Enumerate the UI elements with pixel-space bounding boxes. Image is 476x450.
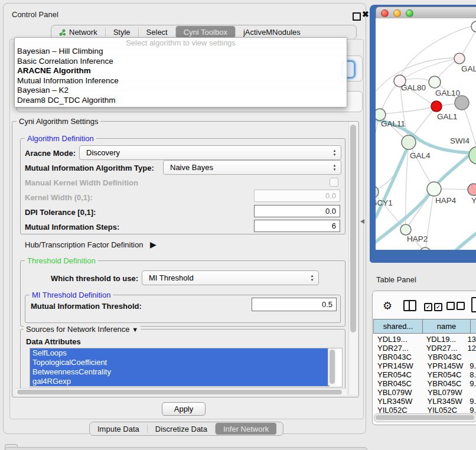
mi-threshold-definition-title: MI Threshold Definition [30,291,113,299]
table-row[interactable]: YIL052CYIL052C9. [373,406,476,413]
table-cell: YIL052C [423,406,468,413]
column-header-shared...[interactable]: shared... [373,319,422,334]
close-icon[interactable]: ✖ [362,9,369,19]
manual-kernel-checkbox[interactable] [330,178,338,187]
table-row[interactable]: YLR345WYLR345W9. [373,397,476,406]
table-row[interactable]: YBL079WYBL079W [373,388,476,397]
mi-threshold-field[interactable]: 0.5 [252,298,337,311]
settings-vscrollbar-thumb[interactable] [350,125,356,332]
attributes-vscrollbar[interactable] [328,348,336,386]
new-table-icon[interactable] [471,297,476,312]
table-cell: YPR145W [423,361,468,370]
tab-cyni-toolbox[interactable]: Cyni Toolbox [176,26,235,38]
network-canvas[interactable]: GAL7 GAL80 GAL10 GAL1 GAL11 SWI4 GAL4 HA… [376,18,476,250]
table-hscrollbar[interactable] [374,413,476,422]
sources-toggle[interactable]: Sources for Network Inference ▼ [24,325,141,334]
bottom-tab-infer-network[interactable]: Infer Network [216,423,276,435]
table-row[interactable]: YER054CYER054C8. [373,370,476,379]
settings-hscrollbar-thumb[interactable] [17,390,342,394]
aracne-mode-select[interactable]: Discovery ▲▼ [79,145,341,160]
table-cell: YDR27... [373,344,422,353]
label-gal80: GAL80 [401,83,426,92]
minimize-traffic-light-icon[interactable] [393,9,401,17]
dropdown-item[interactable]: ARACNE Algorithm [15,66,347,76]
network-view-window: GAL7 GAL80 GAL10 GAL1 GAL11 SWI4 GAL4 HA… [370,5,476,263]
table-cell: 13 [465,335,476,344]
node-hap4[interactable] [427,182,441,196]
kernel-width-value: 0.0 [325,191,336,200]
node-gal11[interactable] [376,109,386,120]
network-node-labels: GAL7 GAL80 GAL10 GAL1 GAL11 SWI4 GAL4 HA… [376,64,476,243]
node-gal10[interactable] [429,76,441,88]
node-pink-right[interactable] [468,184,476,195]
table-hscrollbar-thumb[interactable] [376,415,474,420]
table-row[interactable]: YBR043CYBR043C [373,353,476,361]
dropdown-item[interactable]: Dream8 DC_TDC Algorithm [15,96,347,106]
dropdown-item[interactable]: Bayesian – Hill Climbing [15,47,347,57]
table-cell: YIL052C [373,406,423,413]
tab-label: Infer Network [223,425,269,433]
column-header-name[interactable]: name [422,319,470,334]
table-row[interactable]: YPR145WYPR145W9. [373,361,476,370]
table-cell [468,388,470,397]
control-panel: Control Panel ✖ NetworkStyleSelectCyni T… [3,3,366,434]
apply-button[interactable]: Apply [162,402,206,416]
table-row[interactable]: YBR045CYBR045C9. [373,379,476,388]
table-cell: YBL079W [373,388,423,397]
table-cell: 9. [467,379,476,388]
settings-vscrollbar[interactable] [348,122,357,394]
dpi-tolerance-field[interactable]: 0.0 [254,205,340,217]
table-settings-gear-icon[interactable]: ⚙ [383,299,392,312]
bottom-tab-discretize-data[interactable]: Discretize Data [148,422,215,435]
attributes-vscrollbar-thumb[interactable] [330,350,335,384]
table-row[interactable]: YDL19...YDL19...13 [373,335,476,344]
mi-type-select[interactable]: Naive Bayes ▲▼ [163,160,341,175]
close-traffic-light-icon[interactable] [381,9,389,17]
attribute-list-item[interactable]: SelfLoops [30,348,330,358]
hub-definition-toggle[interactable]: Hub/Transcription Factor Definition ▶ [25,240,157,249]
attribute-list-item[interactable]: BetweennessCentrality [30,367,330,377]
mi-steps-field[interactable]: 6 [254,220,340,232]
float-window-icon[interactable] [353,12,361,21]
mi-type-value: Naive Bayes [164,163,330,172]
which-threshold-select[interactable]: MI Threshold ▲▼ [142,270,319,285]
tab-label: Cyni Toolbox [184,28,227,37]
table-header-row[interactable]: shared...name [373,319,476,334]
label-gcy1: GCY1 [376,198,393,207]
sources-title: Sources for Network Inference [26,325,130,334]
table-body[interactable]: YDL19...YDL19...13YDR27...YDR27...12YBR0… [373,335,476,413]
column-header-partial[interactable] [470,319,476,334]
table-row[interactable]: YDR27...YDR27...12 [373,344,476,353]
tab-label: Discretize Data [155,425,207,433]
attribute-list-item[interactable]: gal4RGexp [30,377,330,386]
attribute-list-item[interactable]: TopologicalCoefficient [30,358,330,367]
bottom-tab-impute-data[interactable]: Impute Data [90,422,147,435]
tab-label: Impute Data [97,425,139,433]
node-gal7[interactable] [454,53,465,64]
zoom-traffic-light-icon[interactable] [406,9,413,17]
node-gcy1[interactable] [376,186,379,198]
network-nodes[interactable] [376,21,476,250]
deselect-all-columns-icon[interactable] [446,302,467,312]
node-hap2[interactable] [400,224,411,235]
kernel-width-field[interactable]: 0.0 [254,190,340,202]
panel-resize-cursor[interactable] [360,219,364,224]
table-cell: YLR345W [423,397,468,406]
node-gray[interactable] [455,96,469,110]
dropdown-item[interactable]: Bayesian – K2 [15,86,347,96]
data-attributes-list[interactable]: SelfLoopsTopologicalCoefficientBetweenne… [30,348,343,387]
network-window-titlebar[interactable] [376,6,476,19]
node-partial-top[interactable] [471,21,476,32]
dropdown-item[interactable]: Mutual Information Inference [15,76,347,86]
split-columns-icon[interactable] [403,300,416,311]
node-gal4[interactable] [402,135,416,149]
dropdown-item[interactable]: Basic Correlation Inference [15,57,347,67]
mi-steps-value: 6 [332,221,336,230]
node-gal1-red[interactable] [431,101,442,112]
dropdown-placeholder: Select algorithm to view settings [15,38,347,47]
settings-hscrollbar[interactable] [15,388,346,396]
algorithm-definition-title: Algorithm Definition [25,134,96,143]
select-all-columns-icon[interactable]: ✓✓ [424,302,444,311]
node-swi4[interactable] [469,146,476,164]
table-cell: 12 [465,344,476,353]
